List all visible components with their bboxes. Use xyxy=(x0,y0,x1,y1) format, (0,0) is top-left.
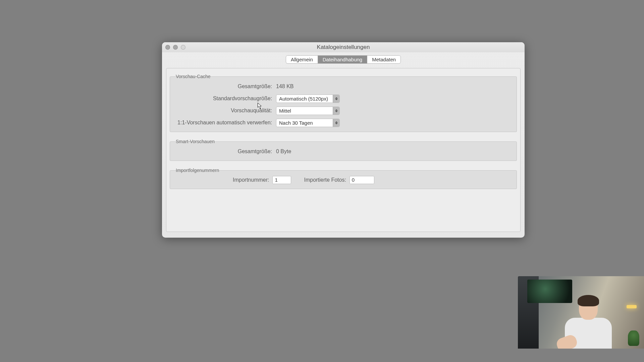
label-smart-total-size: Gesamtgröße: xyxy=(175,148,272,155)
value-total-size: 148 KB xyxy=(276,83,293,89)
row-total-size: Gesamtgröße: 148 KB xyxy=(175,82,512,91)
popup-standard-preview-size[interactable]: Automatisch (5120px) xyxy=(276,95,340,103)
group-title-import-numbers: Importfolgenummern xyxy=(176,168,219,173)
popup-preview-quality[interactable]: Mittel xyxy=(276,107,340,115)
group-body-smart-previews: Gesamtgröße: 0 Byte xyxy=(170,141,517,161)
settings-window: Katalogeinstellungen Allgemein Dateihand… xyxy=(162,42,525,238)
row-preview-quality: Vorschauqualität: Mittel xyxy=(175,106,512,115)
tab-segmented-control: Allgemein Dateihandhabung Metadaten xyxy=(286,56,400,63)
window-title: Katalogeinstellungen xyxy=(162,44,525,51)
webcam-person xyxy=(558,296,619,349)
group-smart-previews: Smart-Vorschauen Gesamtgröße: 0 Byte xyxy=(170,141,517,161)
row-import-numbers: Importnummer: 1 Importierte Fotos: 0 xyxy=(175,176,512,184)
webcam-lamp xyxy=(627,305,637,308)
chevron-updown-icon xyxy=(333,119,339,127)
window-zoom-button xyxy=(181,45,185,50)
tab-bar: Allgemein Dateihandhabung Metadaten xyxy=(162,52,525,65)
group-import-numbers: Importfolgenummern Importnummer: 1 Impor… xyxy=(170,170,517,189)
label-discard-1to1: 1:1-Vorschauen automatisch verwerfen: xyxy=(175,120,272,126)
window-minimize-button[interactable] xyxy=(173,45,178,50)
tab-metadata[interactable]: Metadaten xyxy=(367,56,400,63)
webcam-plant xyxy=(628,330,639,346)
popup-value-discard-1to1: Nach 30 Tagen xyxy=(276,120,333,126)
input-import-number[interactable]: 1 xyxy=(272,176,291,184)
row-smart-total-size: Gesamtgröße: 0 Byte xyxy=(175,147,512,156)
chevron-updown-icon xyxy=(333,107,339,115)
window-close-button[interactable] xyxy=(165,45,170,50)
popup-value-standard-preview-size: Automatisch (5120px) xyxy=(276,96,333,102)
traffic-lights xyxy=(165,45,185,50)
chevron-updown-icon xyxy=(333,95,339,103)
group-body-preview-cache: Gesamtgröße: 148 KB Standardvorschaugröß… xyxy=(170,76,517,132)
row-standard-preview-size: Standardvorschaugröße: Automatisch (5120… xyxy=(175,94,512,103)
content-panel: Vorschau-Cache Gesamtgröße: 148 KB Stand… xyxy=(166,68,521,232)
value-smart-total-size: 0 Byte xyxy=(276,148,291,155)
label-preview-quality: Vorschauqualität: xyxy=(175,108,272,114)
input-imported-photos[interactable]: 0 xyxy=(350,176,374,184)
group-preview-cache: Vorschau-Cache Gesamtgröße: 148 KB Stand… xyxy=(170,76,517,132)
popup-value-preview-quality: Mittel xyxy=(276,108,333,114)
label-total-size: Gesamtgröße: xyxy=(175,83,272,89)
tab-general[interactable]: Allgemein xyxy=(286,56,318,63)
group-body-import-numbers: Importnummer: 1 Importierte Fotos: 0 xyxy=(170,170,517,189)
label-imported-photos: Importierte Fotos: xyxy=(304,177,346,183)
row-discard-1to1: 1:1-Vorschauen automatisch verwerfen: Na… xyxy=(175,118,512,127)
group-title-preview-cache: Vorschau-Cache xyxy=(176,74,211,79)
webcam-overlay xyxy=(518,276,644,349)
titlebar[interactable]: Katalogeinstellungen xyxy=(162,42,525,52)
group-title-smart-previews: Smart-Vorschauen xyxy=(176,139,215,144)
popup-discard-1to1[interactable]: Nach 30 Tagen xyxy=(276,119,340,127)
tab-file-handling[interactable]: Dateihandhabung xyxy=(318,56,367,63)
label-standard-preview-size: Standardvorschaugröße: xyxy=(175,96,272,102)
label-import-number: Importnummer: xyxy=(233,177,269,183)
